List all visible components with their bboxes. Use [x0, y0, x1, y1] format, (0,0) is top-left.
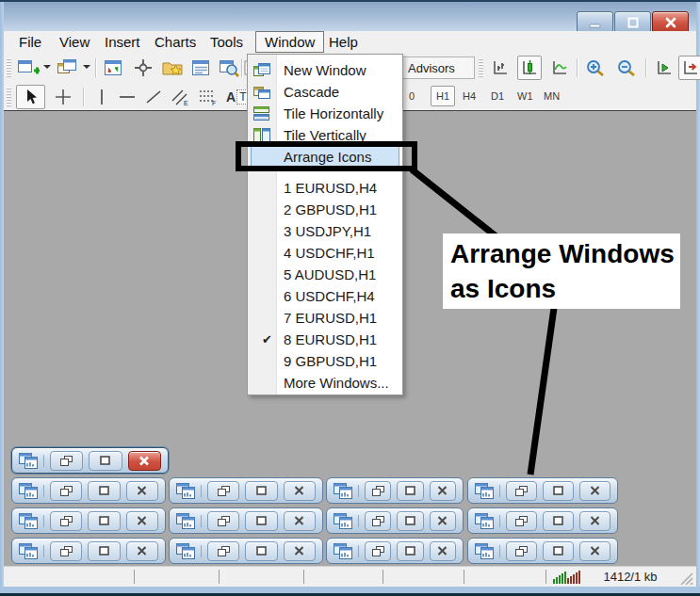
timeframe-button-mn[interactable]: MN	[544, 87, 560, 105]
maximize-button[interactable]	[89, 451, 122, 471]
toolbar-grip[interactable]	[7, 88, 11, 106]
restore-button[interactable]	[207, 541, 239, 561]
trendline-icon[interactable]	[141, 85, 166, 109]
close-button[interactable]	[284, 511, 316, 531]
close-button[interactable]	[126, 481, 158, 501]
close-button[interactable]	[579, 481, 610, 501]
close-button[interactable]	[284, 541, 316, 561]
menubar-item-charts[interactable]: Charts	[155, 32, 196, 52]
maximize-button[interactable]	[397, 541, 423, 561]
menubar-item-insert[interactable]: Insert	[105, 32, 140, 52]
fibonacci-icon[interactable]: F	[196, 85, 220, 109]
restore-button[interactable]	[365, 481, 391, 501]
cursor-icon[interactable]	[16, 85, 45, 109]
restore-button[interactable]	[365, 541, 391, 561]
timeframe-m30-fragment[interactable]: 0	[409, 90, 415, 102]
maximize-button[interactable]	[245, 511, 277, 531]
candlestick-chart-icon[interactable]	[517, 56, 542, 80]
minimized-window-bar[interactable]	[169, 507, 323, 534]
profiles-dropdown-icon[interactable]	[83, 65, 90, 69]
terminal-icon[interactable]	[188, 56, 213, 80]
maximize-button[interactable]	[88, 481, 120, 501]
resize-grip-icon[interactable]	[680, 572, 693, 585]
menubar-item-help[interactable]: Help	[329, 32, 358, 52]
menu-item-window-7[interactable]: 7 EURUSD,H1	[278, 307, 400, 329]
zoom-in-icon[interactable]	[583, 56, 608, 80]
line-chart-icon[interactable]	[547, 56, 572, 80]
maximize-button[interactable]	[88, 541, 120, 561]
maximize-button[interactable]	[397, 511, 423, 531]
minimized-window-bar[interactable]	[467, 507, 618, 534]
close-button[interactable]	[430, 481, 456, 501]
menubar-item-view[interactable]: View	[59, 32, 90, 52]
minimized-window-bar[interactable]	[326, 538, 464, 564]
menu-item-window-4[interactable]: 4 USDCHF,H1	[278, 242, 400, 264]
restore-button[interactable]	[50, 511, 82, 531]
close-button[interactable]	[126, 541, 158, 561]
minimized-window-bar[interactable]	[467, 538, 618, 564]
zoom-out-icon[interactable]	[614, 56, 639, 80]
restore-button[interactable]	[506, 541, 537, 561]
bar-chart-icon[interactable]	[488, 56, 513, 80]
chart-shift-icon[interactable]	[678, 56, 700, 80]
close-button[interactable]	[430, 511, 456, 531]
minimized-window-bar[interactable]	[169, 477, 323, 504]
maximize-button[interactable]	[397, 481, 423, 501]
menu-item-window-8[interactable]: 8 EURUSD,H1✔	[278, 329, 400, 350]
data-window-icon[interactable]	[131, 56, 155, 80]
maximize-button[interactable]	[543, 541, 574, 561]
restore-button[interactable]	[506, 481, 537, 501]
close-button[interactable]	[579, 541, 610, 561]
minimized-window-bar[interactable]	[326, 507, 464, 534]
menu-item-window-2[interactable]: 2 GBPUSD,H1	[278, 199, 400, 220]
equidistant-channel-icon[interactable]: E	[168, 85, 192, 109]
timeframe-button-d1[interactable]: D1	[491, 87, 504, 105]
restore-button[interactable]	[207, 511, 239, 531]
new-chart-icon[interactable]	[16, 56, 41, 80]
restore-button[interactable]	[506, 511, 537, 531]
maximize-button[interactable]	[543, 481, 574, 501]
menu-item-more-windows[interactable]: More Windows...	[278, 372, 400, 394]
timeframe-button-h1[interactable]: H1	[431, 86, 455, 106]
minimized-window-bar[interactable]	[11, 447, 169, 474]
minimized-window-bar[interactable]	[11, 538, 166, 564]
auto-scroll-icon[interactable]	[652, 56, 676, 80]
restore-button[interactable]	[50, 541, 82, 561]
close-button[interactable]	[579, 511, 610, 531]
minimized-window-bar[interactable]	[169, 538, 323, 564]
close-button[interactable]	[430, 541, 456, 561]
crosshair-icon[interactable]	[51, 85, 75, 109]
vertical-line-icon[interactable]	[90, 85, 114, 109]
minimized-window-bar[interactable]	[326, 477, 464, 504]
navigator-icon[interactable]	[160, 56, 185, 80]
restore-button[interactable]	[207, 481, 239, 501]
minimized-window-bar[interactable]	[467, 477, 618, 504]
maximize-button[interactable]	[543, 511, 574, 531]
menu-item-window-3[interactable]: 3 USDJPY,H1	[278, 220, 400, 242]
profiles-icon[interactable]	[55, 56, 79, 80]
menu-item-window-5[interactable]: 5 AUDUSD,H1	[278, 264, 400, 285]
market-watch-icon[interactable]	[101, 56, 125, 80]
close-button[interactable]	[128, 451, 161, 471]
menu-item-cascade[interactable]: Cascade	[278, 81, 400, 103]
expert-advisors-button[interactable]: Advisors	[403, 56, 475, 79]
menu-item-window-1[interactable]: 1 EURUSD,H4	[278, 177, 400, 199]
menubar-item-window[interactable]: Window	[255, 31, 324, 53]
menu-item-tile-horizontally[interactable]: Tile Horizontally	[278, 103, 400, 124]
timeframe-button-h4[interactable]: H4	[463, 87, 476, 105]
maximize-button[interactable]	[245, 541, 277, 561]
menubar-item-file[interactable]: File	[19, 32, 41, 52]
maximize-button[interactable]	[88, 511, 120, 531]
maximize-button[interactable]	[245, 481, 277, 501]
toolbar-grip[interactable]	[7, 58, 11, 77]
close-button[interactable]	[126, 511, 158, 531]
horizontal-line-icon[interactable]	[115, 85, 139, 109]
minimized-window-bar[interactable]	[11, 507, 166, 534]
close-button[interactable]	[284, 481, 316, 501]
menu-item-window-6[interactable]: 6 USDCHF,H4	[278, 285, 400, 307]
menubar-item-tools[interactable]: Tools	[210, 32, 243, 52]
toolbar-grip[interactable]	[479, 58, 483, 77]
restore-button[interactable]	[50, 451, 83, 471]
restore-button[interactable]	[50, 481, 82, 501]
menu-item-new-window[interactable]: New Window	[278, 59, 400, 81]
